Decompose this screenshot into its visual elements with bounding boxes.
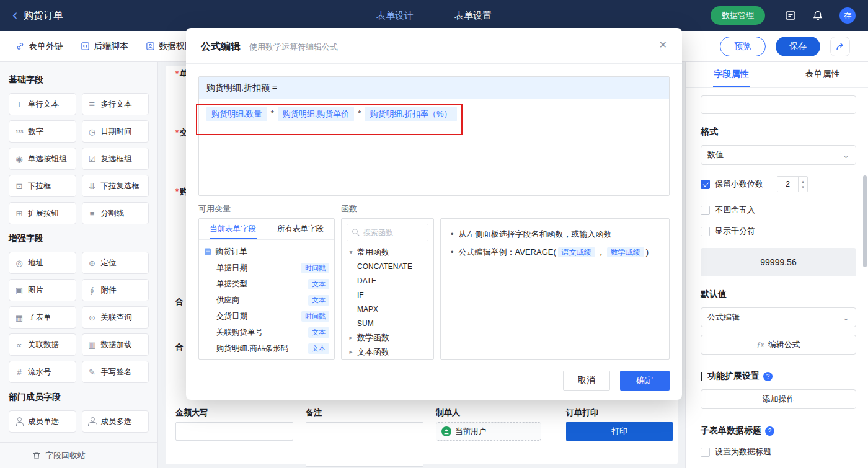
bullet-icon: •	[451, 245, 454, 258]
field-item-label: 子表单	[28, 312, 51, 323]
formula-field-token[interactable]: 购货明细.数量	[206, 107, 267, 121]
panel-labels: 可用变量 函数	[198, 203, 670, 214]
format-select[interactable]: 数值 ⌄	[701, 145, 856, 165]
format-select-value: 数值	[707, 149, 724, 161]
attachment-icon: ∮	[87, 286, 97, 295]
field-item-signature[interactable]: ✎手写签名	[82, 361, 149, 383]
decimal-checkbox[interactable]	[701, 180, 710, 189]
field-item-image[interactable]: ▣图片	[9, 279, 76, 301]
variable-row[interactable]: 关联购货单号文本	[204, 324, 329, 340]
field-item-radio-group[interactable]: ◉单选按钮组	[9, 148, 76, 170]
tab-form-properties[interactable]: 表单属性	[804, 62, 841, 87]
close-icon[interactable]: ✕	[659, 40, 667, 50]
field-item-location[interactable]: ⊕定位	[82, 252, 149, 274]
section-title-enhanced: 增强字段	[9, 233, 149, 244]
clock-icon: ◷	[87, 127, 97, 136]
add-action-button[interactable]: 添加操作	[701, 389, 856, 409]
print-button[interactable]: 打印	[566, 422, 673, 441]
field-item-divider[interactable]: ≡分割线	[82, 202, 149, 224]
data-manage-button[interactable]: 数据管理	[711, 6, 765, 25]
set-data-title-checkbox[interactable]	[701, 448, 710, 457]
field-item-address[interactable]: ◎地址	[9, 252, 76, 274]
stepper-down-icon[interactable]: ▾	[802, 184, 804, 190]
formula-field-token[interactable]: 购货明细.购货单价	[278, 107, 355, 121]
decimal-stepper[interactable]: 2 ▴ ▾	[777, 176, 808, 192]
no-round-checkbox[interactable]	[701, 206, 710, 215]
variable-row[interactable]: 供应商文本	[204, 292, 329, 308]
field-recycle-bin[interactable]: 字段回收站	[0, 442, 157, 468]
function-item[interactable]: IF	[342, 288, 433, 302]
fx-icon: ƒx	[756, 340, 764, 350]
field-item-label: 关联查询	[101, 312, 132, 323]
field-item-serial-number[interactable]: #流水号	[9, 361, 76, 383]
formula-target: 购货明细.折扣额 =	[199, 77, 669, 99]
field-item-multi-line-text[interactable]: ≣多行文本	[82, 93, 149, 115]
field-item-linked-data[interactable]: ∝关联数据	[9, 333, 76, 356]
bell-icon[interactable]	[812, 10, 823, 21]
function-search[interactable]	[347, 224, 428, 241]
field-item-subform[interactable]: ▦子表单	[9, 306, 76, 329]
cancel-button[interactable]: 取消	[563, 371, 610, 391]
function-item[interactable]: MAPX	[342, 302, 433, 316]
help-icon[interactable]: ?	[765, 426, 774, 436]
thousand-separator-checkbox[interactable]	[701, 227, 710, 236]
variable-row[interactable]: 单据类型文本	[204, 276, 329, 292]
save-button[interactable]: 保存	[776, 37, 820, 56]
back-icon[interactable]: ‹	[12, 7, 17, 22]
creator-user-field[interactable]: 当前用户	[436, 422, 541, 441]
formula-input-area[interactable]: 购货明细.数量 * 购货明细.购货单价 * 购货明细.折扣率（%）	[199, 99, 669, 129]
function-group-math[interactable]: ▸ 数学函数	[342, 330, 433, 345]
backend-script-item[interactable]: 后端脚本	[81, 41, 128, 52]
tree-root-form[interactable]: 购货订单	[204, 244, 329, 260]
function-group-text[interactable]: ▸ 文本函数	[342, 345, 433, 359]
order-print-label: 订单打印	[566, 407, 598, 418]
field-item-extend-button[interactable]: ⊞扩展按钮	[9, 202, 76, 224]
field-item-linked-query[interactable]: ⊙关联查询	[82, 306, 149, 329]
variable-row[interactable]: 交货日期时间戳	[204, 308, 329, 324]
field-title-input[interactable]	[701, 95, 856, 114]
preview-button[interactable]: 预览	[720, 37, 766, 56]
tab-form-design[interactable]: 表单设计	[376, 10, 414, 22]
extend-button-icon: ⊞	[14, 209, 24, 218]
field-item-attachment[interactable]: ∮附件	[82, 279, 149, 301]
user-avatar[interactable]: 存	[839, 7, 856, 24]
function-item[interactable]: CONCATENATE	[342, 259, 433, 273]
field-item-data-load[interactable]: ▥数据加载	[82, 333, 149, 356]
field-item-single-line-text[interactable]: T单行文本	[9, 93, 76, 115]
variable-row[interactable]: 购货明细.商品条形码文本	[204, 340, 329, 356]
required-asterisk: *	[175, 128, 179, 137]
document-icon	[204, 248, 211, 255]
field-item-checkbox-group[interactable]: ☑复选框组	[82, 148, 149, 170]
tab-current-form-fields[interactable]: 当前表单字段	[199, 219, 267, 239]
field-item-select[interactable]: ⊡下拉框	[9, 175, 76, 197]
formula-field-token[interactable]: 购货明细.折扣率（%）	[365, 107, 456, 121]
address-icon: ◎	[14, 258, 24, 268]
field-item-member-multi[interactable]: 成员多选	[82, 410, 149, 433]
function-group-common[interactable]: ▾ 常用函数	[342, 245, 433, 259]
remark-textarea[interactable]	[306, 422, 423, 467]
confirm-button[interactable]: 确定	[620, 371, 670, 391]
stepper-arrows[interactable]: ▴ ▾	[798, 177, 807, 192]
share-icon[interactable]	[830, 37, 850, 56]
amount-in-words-input[interactable]	[175, 422, 293, 441]
function-item[interactable]: DATE	[342, 273, 433, 288]
message-icon[interactable]	[785, 10, 796, 21]
default-value-select[interactable]: 公式编辑 ⌄	[701, 307, 856, 327]
field-item-multi-select[interactable]: ⇊下拉复选框	[82, 175, 149, 197]
tab-field-properties[interactable]: 字段属性	[713, 62, 750, 87]
form-external-link-item[interactable]: 表单外链	[16, 41, 63, 52]
edit-formula-button[interactable]: ƒx 编辑公式	[701, 335, 856, 355]
tab-form-settings[interactable]: 表单设置	[454, 10, 492, 22]
tab-all-form-fields[interactable]: 所有表单字段	[267, 219, 334, 239]
subform-data-title-header: 子表单数据标题 ?	[701, 425, 856, 436]
field-item-number[interactable]: 123数字	[9, 120, 76, 143]
function-item[interactable]: SUM	[342, 316, 433, 330]
help-icon[interactable]: ?	[763, 372, 773, 381]
stepper-up-icon[interactable]: ▴	[802, 179, 804, 184]
field-item-member-single[interactable]: 成员单选	[9, 410, 76, 433]
field-item-datetime[interactable]: ◷日期时间	[82, 120, 149, 143]
variable-row[interactable]: 单据日期时间戳	[204, 260, 329, 276]
function-search-input[interactable]	[363, 228, 419, 237]
scrollbar-thumb[interactable]	[863, 175, 867, 267]
field-item-label: 流水号	[28, 367, 51, 377]
